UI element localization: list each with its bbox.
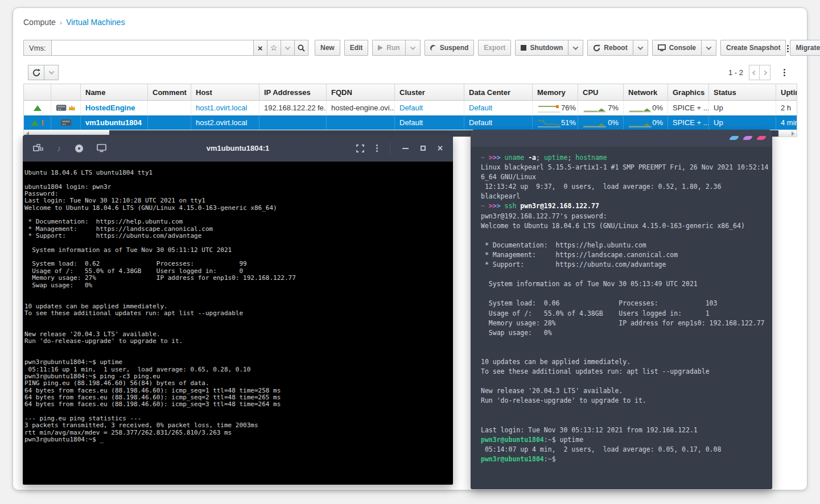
- fullscreen-icon[interactable]: [356, 144, 364, 152]
- table-row[interactable]: HostedEngine host1.ovirt.local 192.168.1…: [24, 101, 797, 115]
- shutdown-button[interactable]: Shutdown: [515, 40, 568, 56]
- console-button-group: Console: [652, 40, 716, 56]
- search-submit-button[interactable]: [295, 40, 308, 56]
- console-menu-kebab[interactable]: [376, 144, 378, 152]
- display-layout-icon[interactable]: [33, 144, 43, 153]
- cpu-percent: 0%: [608, 118, 619, 127]
- terminal-line: System load: 0.06 Processes: 103: [481, 299, 762, 308]
- monitor-icon: [658, 44, 666, 51]
- audio-icon[interactable]: ♪: [57, 143, 61, 153]
- memory-percent: 51%: [561, 118, 576, 127]
- warning-exclamation-icon: !: [41, 118, 44, 127]
- vm-host-link[interactable]: host2.ovirt.local: [196, 118, 247, 127]
- pagination-prev-button[interactable]: [749, 65, 760, 80]
- star-icon: ☆: [270, 44, 278, 52]
- console-button[interactable]: Console: [652, 40, 702, 56]
- vm-ip: 192.168.122.22 fe...: [264, 104, 327, 112]
- window-button-maximize-icon[interactable]: [743, 136, 753, 140]
- stop-icon: [521, 45, 526, 51]
- column-header-memory[interactable]: Memory: [533, 84, 578, 100]
- toolbar-kebab-menu[interactable]: [784, 43, 792, 55]
- column-header-comment[interactable]: Comment: [148, 84, 191, 100]
- pagination-next-button[interactable]: [760, 65, 770, 80]
- cpu-sparkline: [583, 118, 607, 127]
- terminal-line: Welcome to Ubuntu 18.04.6 LTS (GNU/Linux…: [481, 221, 762, 231]
- console-window-titlebar[interactable]: vm1ubuntu1804:1 ♪ ×: [23, 135, 453, 162]
- chevron-down-icon: [573, 44, 579, 50]
- vm-status: Up: [714, 118, 723, 127]
- terminal-titlebar[interactable]: [471, 130, 772, 147]
- breadcrumb-separator-icon: ›: [60, 18, 62, 27]
- edit-button[interactable]: Edit: [344, 40, 369, 56]
- table-header-row: NameCommentHostIP AddressesFQDNClusterDa…: [24, 84, 797, 101]
- search-input[interactable]: [51, 40, 254, 56]
- ssh-terminal-output[interactable]: ~ >>> uname -a; uptime; hostnameLinux bl…: [471, 147, 772, 464]
- reboot-button[interactable]: Reboot: [587, 40, 633, 56]
- column-header-data-center[interactable]: Data Center: [464, 84, 533, 100]
- breadcrumb-compute[interactable]: Compute: [23, 18, 56, 27]
- vm-datacenter-link[interactable]: Default: [469, 118, 492, 127]
- run-button[interactable]: Run: [372, 40, 405, 56]
- column-header-ip-addresses[interactable]: IP Addresses: [259, 84, 327, 100]
- reboot-dropdown-button[interactable]: [633, 40, 648, 56]
- server-icon: [56, 104, 67, 111]
- create-snapshot-button[interactable]: Create Snapshot: [720, 40, 786, 56]
- monitor-icon[interactable]: [97, 144, 106, 152]
- column-header-graphics[interactable]: Graphics: [668, 84, 709, 100]
- close-icon[interactable]: ×: [438, 144, 443, 153]
- search-history-dropdown[interactable]: [281, 40, 295, 56]
- refresh-rate-dropdown[interactable]: [44, 65, 59, 80]
- terminal-line: pwn3r@192.168.122.77's password:: [481, 212, 762, 221]
- terminal-line: pwn3r@ubuntu1804:~$: [481, 455, 762, 464]
- vm-name-link[interactable]: vm1ubuntu1804: [85, 118, 142, 127]
- terminal-line: Usage of /: 55.0% of 4.38GB Users logged…: [481, 309, 762, 319]
- terminal-line: * Support: https://ubuntu.com/advantage: [481, 260, 762, 270]
- reboot-button-group: Reboot: [587, 40, 648, 56]
- column-header-cpu[interactable]: CPU: [578, 84, 624, 100]
- column-header-network[interactable]: Network: [624, 84, 668, 100]
- record-icon[interactable]: [75, 144, 83, 152]
- scroll-right-arrow-icon[interactable]: [792, 131, 794, 136]
- chevron-right-icon: [763, 70, 767, 75]
- window-button-close-icon[interactable]: [756, 136, 767, 140]
- column-header-uptime[interactable]: Uptime: [776, 84, 797, 100]
- grid-kebab-menu[interactable]: [780, 67, 789, 79]
- guest-terminal-output[interactable]: Ubuntu 18.04.6 LTS ubuntu1804 tty1 ubunt…: [23, 162, 453, 443]
- window-button-minimize-icon[interactable]: [729, 136, 740, 140]
- shutdown-dropdown-button[interactable]: [568, 40, 583, 56]
- search-clear-button[interactable]: ×: [254, 40, 267, 56]
- console-dropdown-button[interactable]: [702, 40, 716, 56]
- grid-toolbar: 1 - 2: [23, 65, 797, 82]
- column-header-name[interactable]: Name: [81, 84, 148, 100]
- chevron-left-icon: [752, 70, 756, 75]
- column-header: [51, 84, 81, 100]
- refresh-button[interactable]: [28, 65, 44, 80]
- maximize-icon[interactable]: [421, 146, 426, 151]
- vm-host-link[interactable]: host1.ovirt.local: [196, 104, 247, 112]
- search-bookmark-button[interactable]: ☆: [267, 40, 281, 56]
- breadcrumb-virtual-machines[interactable]: Virtual Machines: [66, 18, 125, 27]
- terminal-line: blackpearl: [481, 192, 762, 201]
- terminal-line: [481, 338, 762, 348]
- minimize-icon[interactable]: [402, 148, 409, 149]
- network-percent: 0%: [652, 104, 663, 112]
- vm-datacenter-link[interactable]: Default: [469, 104, 492, 112]
- terminal-line: 12:13:42 up 9:37, 0 users, load average:…: [481, 182, 762, 192]
- suspend-button[interactable]: Suspend: [425, 40, 475, 56]
- column-header-host[interactable]: Host: [191, 84, 259, 100]
- vm-up-status-icon: [31, 120, 39, 126]
- terminal-line: pwn3r@ubuntu1804:~$ uptime: [481, 435, 762, 445]
- vm-cluster-link[interactable]: Default: [399, 104, 423, 112]
- export-button[interactable]: Export: [478, 40, 511, 56]
- migrate-button[interactable]: Migrate: [790, 40, 820, 56]
- vm-name-link[interactable]: HostedEngine: [85, 104, 135, 112]
- column-header-fqdn[interactable]: FQDN: [327, 84, 395, 100]
- run-dropdown-button[interactable]: [406, 40, 421, 56]
- vm-cluster-link[interactable]: Default: [399, 118, 423, 127]
- column-header-status[interactable]: Status: [709, 84, 776, 100]
- vm-table: NameCommentHostIP AddressesFQDNClusterDa…: [23, 84, 797, 137]
- table-row-selected[interactable]: ! vm1ubuntu1804 host2.ovirt.local Defaul…: [24, 115, 797, 130]
- titlebar-divider: [390, 142, 390, 155]
- new-button[interactable]: New: [315, 40, 340, 56]
- column-header-cluster[interactable]: Cluster: [395, 84, 464, 100]
